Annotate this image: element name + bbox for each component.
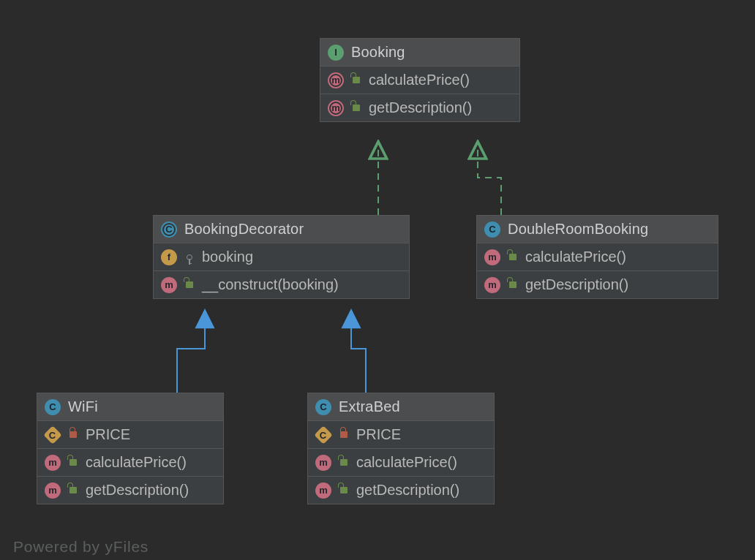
class-header: I Booking	[320, 39, 519, 66]
method-icon: m	[45, 455, 61, 471]
member-label: calculatePrice()	[86, 454, 187, 471]
member-label: calculatePrice()	[356, 454, 457, 471]
public-icon	[68, 487, 78, 493]
class-name: ExtraBed	[339, 398, 400, 415]
member-label: calculatePrice()	[525, 249, 626, 265]
constant-icon: C	[45, 428, 61, 442]
abstract-class-icon: C	[161, 222, 177, 238]
member-row: m calculatePrice()	[37, 448, 223, 476]
method-icon: m	[484, 277, 500, 293]
member-label: calculatePrice()	[369, 72, 470, 88]
method-icon: m	[45, 483, 61, 499]
public-icon	[351, 105, 361, 111]
powered-by-label: Powered by yFiles	[13, 538, 149, 556]
class-double-room-booking[interactable]: C DoubleRoomBooking m calculatePrice() m…	[476, 215, 718, 299]
abstract-method-icon: m	[328, 72, 344, 88]
abstract-method-icon: m	[328, 100, 344, 116]
edge-realization	[478, 143, 501, 215]
public-icon	[339, 459, 349, 466]
class-booking[interactable]: I Booking m calculatePrice() m getDescri…	[320, 38, 520, 122]
method-icon: m	[315, 455, 331, 471]
protected-icon	[184, 254, 195, 260]
private-icon	[68, 431, 78, 438]
class-name: WiFi	[68, 398, 98, 415]
class-name: Booking	[351, 44, 405, 61]
public-icon	[351, 77, 361, 83]
public-icon	[184, 281, 195, 288]
member-row: f booking	[154, 243, 409, 270]
member-label: getDescription()	[86, 482, 189, 499]
member-row: m getDescription()	[477, 270, 718, 298]
member-row: C PRICE	[308, 420, 494, 448]
member-label: PRICE	[86, 426, 130, 443]
constant-icon: C	[315, 428, 331, 442]
member-label: __construct(booking)	[202, 276, 339, 293]
member-row: m getDescription()	[308, 476, 494, 504]
class-header: C ExtraBed	[308, 393, 494, 420]
class-icon: C	[315, 399, 331, 415]
member-label: PRICE	[356, 426, 401, 443]
private-icon	[339, 431, 349, 438]
member-row: m calculatePrice()	[320, 66, 519, 94]
class-name: BookingDecorator	[184, 221, 304, 238]
class-header: C DoubleRoomBooking	[477, 216, 718, 243]
class-name: DoubleRoomBooking	[508, 221, 648, 238]
field-icon: f	[161, 249, 177, 265]
interface-icon: I	[328, 45, 344, 61]
public-icon	[339, 487, 349, 493]
class-header: C WiFi	[37, 393, 223, 420]
member-label: booking	[202, 249, 253, 265]
edge-generalization	[177, 312, 205, 393]
member-label: getDescription()	[369, 99, 472, 116]
member-row: C PRICE	[37, 420, 223, 448]
member-row: m __construct(booking)	[154, 270, 409, 298]
member-row: m calculatePrice()	[477, 243, 718, 270]
member-row: m getDescription()	[320, 94, 519, 121]
method-icon: m	[315, 483, 331, 499]
method-icon: m	[484, 249, 500, 265]
class-extra-bed[interactable]: C ExtraBed C PRICE m calculatePrice() m …	[307, 393, 495, 504]
public-icon	[68, 459, 78, 466]
class-icon: C	[484, 222, 500, 238]
class-booking-decorator[interactable]: C BookingDecorator f booking m __constru…	[153, 215, 410, 299]
member-label: getDescription()	[525, 276, 628, 293]
member-row: m getDescription()	[37, 476, 223, 504]
method-icon: m	[161, 277, 177, 293]
class-wifi[interactable]: C WiFi C PRICE m calculatePrice() m getD…	[37, 393, 224, 504]
class-header: C BookingDecorator	[154, 216, 409, 243]
public-icon	[508, 254, 518, 260]
edge-generalization	[351, 312, 366, 393]
uml-diagram-canvas: I Booking m calculatePrice() m getDescri…	[0, 0, 755, 560]
member-row: m calculatePrice()	[308, 448, 494, 476]
class-icon: C	[45, 399, 61, 415]
member-label: getDescription()	[356, 482, 459, 499]
public-icon	[508, 281, 518, 288]
